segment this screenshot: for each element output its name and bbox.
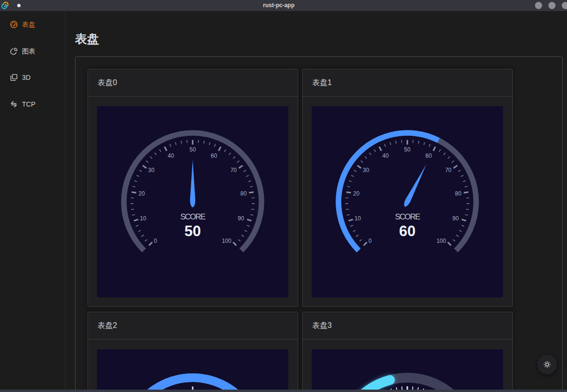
svg-text:100: 100: [222, 238, 231, 244]
svg-text:40: 40: [382, 152, 389, 159]
svg-text:100: 100: [436, 238, 446, 244]
svg-text:60: 60: [425, 152, 432, 159]
svg-text:80: 80: [455, 190, 462, 197]
svg-text:70: 70: [445, 167, 452, 174]
svg-text:40: 40: [168, 152, 174, 159]
svg-text:90: 90: [452, 215, 459, 222]
svg-text:50: 50: [189, 146, 196, 153]
svg-text:10: 10: [140, 215, 147, 222]
svg-text:20: 20: [353, 190, 360, 197]
svg-text:70: 70: [230, 167, 237, 174]
svg-text:30: 30: [148, 167, 155, 174]
svg-text:20: 20: [139, 190, 145, 197]
svg-text:0: 0: [154, 238, 157, 244]
svg-text:SCORE: SCORE: [180, 212, 206, 221]
svg-text:SCORE: SCORE: [395, 212, 420, 221]
svg-text:90: 90: [238, 215, 244, 222]
svg-text:50: 50: [404, 146, 411, 153]
svg-text:10: 10: [355, 215, 361, 222]
svg-text:60: 60: [211, 152, 218, 159]
svg-text:0: 0: [369, 238, 372, 244]
svg-text:80: 80: [240, 190, 247, 197]
svg-text:30: 30: [363, 167, 370, 174]
svg-text:60: 60: [399, 223, 415, 240]
svg-text:50: 50: [185, 223, 201, 240]
